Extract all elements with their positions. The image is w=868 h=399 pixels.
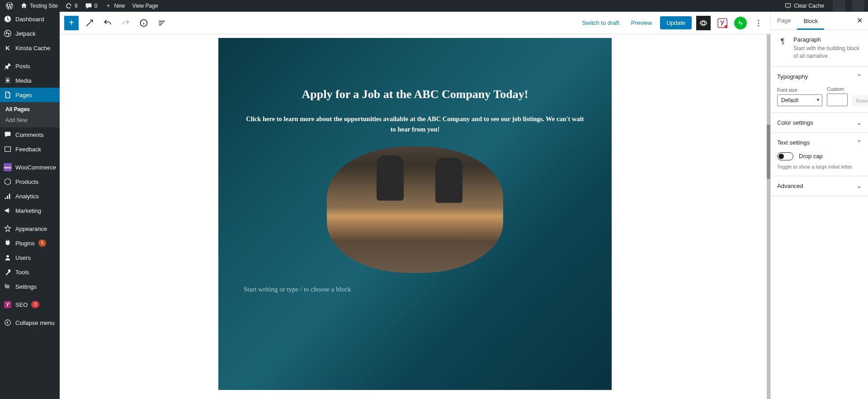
wp-logo[interactable] [4,2,15,9]
menu-label: Appearance [15,225,47,232]
collapse-icon [4,319,12,327]
panel-label: Typography [777,73,808,80]
sidebar-item-feedback[interactable]: Feedback [0,142,60,156]
sidebar-item-appearance[interactable]: Appearance [0,221,60,236]
plus-icon: + [104,2,112,9]
menu-label: Dashboard [15,16,44,23]
analytics-icon [4,192,12,200]
scrollbar-thumb[interactable] [767,125,770,179]
new-content[interactable]: +New [102,2,127,9]
more-options-button[interactable] [751,16,766,30]
view-page[interactable]: View Page [130,3,160,9]
panel-text-header[interactable]: Text settings⌃ [771,133,868,152]
svg-point-15 [758,25,760,26]
sidebar-item-users[interactable]: Users [0,250,60,265]
marketing-icon [4,207,12,215]
update-icon [65,2,72,9]
block-appender[interactable]: Start writing or type / to choose a bloc… [244,286,586,293]
undo-button[interactable] [100,16,115,30]
panel-typography: Typography⌃ Font size Default Custom Res… [771,67,868,113]
inspector-panel: Page Block ✕ ¶ Paragraph Start with the … [770,12,868,399]
editor-header: + Switch to draft Preview Update [60,12,770,34]
update-button[interactable]: Update [660,16,692,29]
svg-rect-0 [786,4,791,7]
panel-typography-header[interactable]: Typography⌃ [771,67,868,86]
menu-label: Products [15,178,38,185]
svg-point-13 [758,19,760,21]
site-name[interactable]: Testing Site [18,2,60,9]
preview-button[interactable]: Preview [627,17,656,29]
modes-button[interactable] [82,16,97,30]
sidebar-item-plugins[interactable]: Plugins5 [0,236,60,250]
sidebar-item-settings[interactable]: Settings [0,279,60,294]
tab-page[interactable]: Page [771,12,797,29]
comments[interactable]: 0 [83,2,100,9]
panel-color-header[interactable]: Color settings⌄ [771,113,868,132]
info-button[interactable] [137,16,151,30]
menu-label: Jetpack [15,30,36,37]
menu-label: Media [15,77,31,84]
admin-bar-avatar-placeholder[interactable] [833,0,845,12]
updates[interactable]: 9 [63,2,80,9]
cover-image[interactable] [327,146,503,273]
sidebar-item-dashboard[interactable]: Dashboard [0,12,60,26]
paragraph-icon: ¶ [777,36,788,47]
reset-button[interactable]: Reset [852,95,868,106]
close-inspector-button[interactable]: ✕ [851,12,868,29]
sidebar-item-jetpack[interactable]: Jetpack [0,26,60,41]
panel-label: Advanced [777,183,803,189]
sidebar-item-comments[interactable]: Comments [0,127,60,142]
svg-point-12 [725,25,728,28]
custom-font-size-input[interactable] [827,94,848,106]
block-desc: Start with the building block of all nar… [793,45,862,60]
settings-toggle-button[interactable] [696,16,711,30]
settings-icon [4,282,12,291]
submenu-add-new[interactable]: Add New [0,115,60,126]
panel-advanced-header[interactable]: Advanced⌄ [771,176,868,196]
yoast-header-button[interactable] [715,16,730,30]
sidebar-item-kinsta[interactable]: KKinsta Cache [0,41,60,55]
drop-cap-toggle[interactable] [777,152,793,160]
font-size-select[interactable]: Default [777,94,822,106]
woo-icon: woo [4,163,12,171]
add-block-button[interactable]: + [64,16,79,30]
menu-label: SEO [15,301,28,308]
sidebar-item-seo[interactable]: SEO3 [0,297,60,312]
cover-heading[interactable]: Apply for a Job at the ABC Company Today… [244,88,586,101]
sidebar-item-collapse[interactable]: Collapse menu [0,315,60,330]
update-count: 9 [75,3,78,9]
plugins-badge: 5 [38,239,47,247]
editor-canvas[interactable]: Apply for a Job at the ABC Company Today… [60,34,770,399]
comment-count: 0 [94,3,98,9]
menu-label: Pages [15,92,32,99]
editor: + Switch to draft Preview Update Apply f… [60,12,770,399]
clear-cache[interactable]: Clear Cache [782,2,826,9]
sidebar-item-media[interactable]: Media [0,73,60,88]
panel-color: Color settings⌄ [771,113,868,133]
new-label: New [114,3,125,9]
clear-cache-label: Clear Cache [794,3,824,9]
panel-label: Color settings [777,119,813,126]
tab-block[interactable]: Block [797,12,824,30]
block-card: ¶ Paragraph Start with the building bloc… [771,30,868,67]
sidebar-item-products[interactable]: Products [0,174,60,189]
outline-button[interactable] [155,16,169,30]
sidebar-item-woocommerce[interactable]: wooWooCommerce [0,160,60,174]
switch-draft-button[interactable]: Switch to draft [578,17,623,29]
redo-button[interactable] [118,16,133,30]
admin-bar-end-placeholder[interactable] [852,0,864,12]
sidebar-item-marketing[interactable]: Marketing [0,203,60,218]
submenu-all-pages[interactable]: All Pages [0,104,60,115]
menu-label: Kinsta Cache [15,45,50,52]
cover-paragraph[interactable]: Click here to learn more about the oppor… [244,114,586,135]
sidebar-item-pages[interactable]: Pages [0,88,60,102]
jetpack-header-button[interactable] [734,17,747,29]
svg-rect-4 [5,147,11,152]
cover-block[interactable]: Apply for a Job at the ABC Company Today… [218,38,612,390]
sidebar-item-tools[interactable]: Tools [0,265,60,279]
sidebar-item-posts[interactable]: Posts [0,59,60,73]
scrollbar-track[interactable] [767,34,770,399]
svg-point-9 [5,320,11,326]
sidebar-item-analytics[interactable]: Analytics [0,189,60,203]
products-icon [4,178,12,186]
